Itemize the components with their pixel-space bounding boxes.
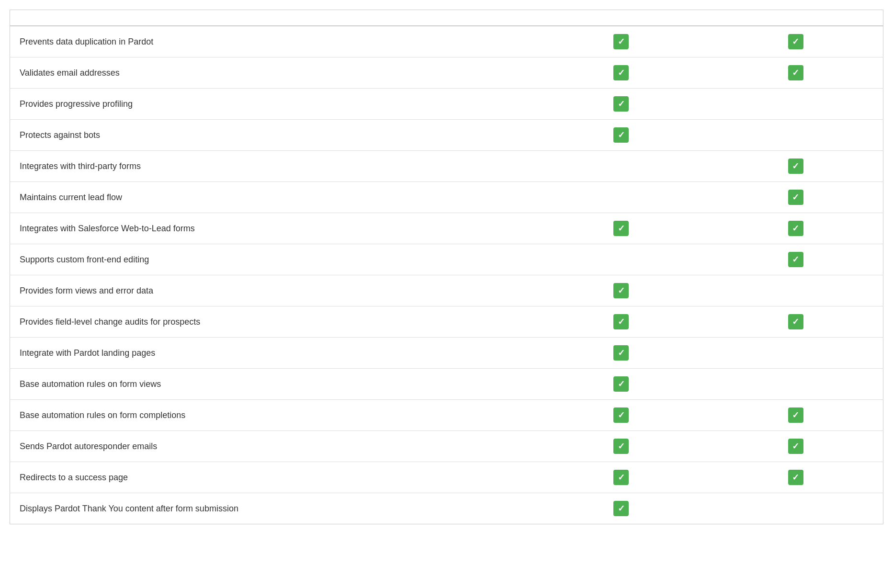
table-row: Protects against bots (10, 120, 883, 151)
pardot-form-cell (534, 493, 709, 524)
table-row: Base automation rules on form views (10, 369, 883, 400)
form-handler-cell (709, 151, 883, 182)
feature-cell: Base automation rules on form views (10, 369, 534, 400)
pardot-form-cell (534, 306, 709, 338)
check-icon (788, 470, 803, 485)
table-row: Base automation rules on form completion… (10, 400, 883, 431)
form-handler-cell (709, 275, 883, 306)
form-handler-cell (709, 462, 883, 493)
feature-cell: Base automation rules on form completion… (10, 400, 534, 431)
check-icon (788, 158, 803, 174)
check-icon (613, 96, 629, 112)
form-handler-cell (709, 89, 883, 120)
table-header-row (10, 10, 883, 26)
check-icon (788, 34, 803, 49)
table-row: Provides progressive profiling (10, 89, 883, 120)
feature-cell: Maintains current lead flow (10, 182, 534, 213)
check-icon (613, 65, 629, 80)
form-handler-cell (709, 400, 883, 431)
pardot-form-cell (534, 431, 709, 462)
form-handler-cell (709, 338, 883, 369)
pardot-form-cell (534, 369, 709, 400)
table-row: Provides form views and error data (10, 275, 883, 306)
check-icon (788, 252, 803, 267)
form-handler-cell (709, 369, 883, 400)
pardot-form-cell (534, 244, 709, 275)
table-row: Sends Pardot autoresponder emails (10, 431, 883, 462)
feature-cell: Protects against bots (10, 120, 534, 151)
feature-cell: Displays Pardot Thank You content after … (10, 493, 534, 524)
check-icon (613, 376, 629, 392)
check-icon (613, 470, 629, 485)
form-handler-cell (709, 213, 883, 244)
table-row: Maintains current lead flow (10, 182, 883, 213)
form-handler-cell (709, 26, 883, 57)
pardot-form-cell (534, 338, 709, 369)
form-handler-cell (709, 493, 883, 524)
form-handler-cell (709, 120, 883, 151)
pardot-form-cell (534, 89, 709, 120)
form-handler-cell (709, 57, 883, 89)
check-icon (613, 345, 629, 361)
feature-cell: Provides field-level change audits for p… (10, 306, 534, 338)
check-icon (613, 314, 629, 329)
feature-cell: Supports custom front-end editing (10, 244, 534, 275)
feature-cell: Provides form views and error data (10, 275, 534, 306)
table-row: Integrate with Pardot landing pages (10, 338, 883, 369)
feature-cell: Provides progressive profiling (10, 89, 534, 120)
feature-cell: Validates email addresses (10, 57, 534, 89)
table-row: Integrates with third-party forms (10, 151, 883, 182)
check-icon (788, 65, 803, 80)
pardot-form-cell (534, 26, 709, 57)
feature-cell: Sends Pardot autoresponder emails (10, 431, 534, 462)
pardot-form-cell (534, 182, 709, 213)
check-icon (613, 34, 629, 49)
pardot-form-column-header (534, 10, 709, 26)
pardot-form-cell (534, 151, 709, 182)
table-row: Redirects to a success page (10, 462, 883, 493)
check-icon (613, 501, 629, 516)
pardot-form-cell (534, 275, 709, 306)
pardot-form-cell (534, 462, 709, 493)
feature-cell: Prevents data duplication in Pardot (10, 26, 534, 57)
form-handler-column-header (709, 10, 883, 26)
pardot-form-cell (534, 213, 709, 244)
pardot-form-cell (534, 400, 709, 431)
feature-cell: Redirects to a success page (10, 462, 534, 493)
table-row: Displays Pardot Thank You content after … (10, 493, 883, 524)
check-icon (788, 439, 803, 454)
comparison-table-container: Prevents data duplication in PardotValid… (0, 0, 893, 588)
form-handler-cell (709, 244, 883, 275)
table-row: Supports custom front-end editing (10, 244, 883, 275)
check-icon (613, 127, 629, 143)
check-icon (613, 407, 629, 423)
check-icon (613, 283, 629, 298)
feature-cell: Integrates with Salesforce Web-to-Lead f… (10, 213, 534, 244)
check-icon (613, 221, 629, 236)
form-handler-cell (709, 431, 883, 462)
pardot-form-cell (534, 57, 709, 89)
check-icon (788, 190, 803, 205)
table-row: Integrates with Salesforce Web-to-Lead f… (10, 213, 883, 244)
table-row: Provides field-level change audits for p… (10, 306, 883, 338)
form-handler-cell (709, 182, 883, 213)
table-row: Validates email addresses (10, 57, 883, 89)
check-icon (788, 314, 803, 329)
feature-cell: Integrates with third-party forms (10, 151, 534, 182)
pardot-form-cell (534, 120, 709, 151)
feature-comparison-table: Prevents data duplication in PardotValid… (10, 10, 883, 524)
table-row: Prevents data duplication in Pardot (10, 26, 883, 57)
feature-column-header (10, 10, 534, 26)
form-handler-cell (709, 306, 883, 338)
feature-cell: Integrate with Pardot landing pages (10, 338, 534, 369)
check-icon (788, 221, 803, 236)
check-icon (613, 439, 629, 454)
check-icon (788, 407, 803, 423)
